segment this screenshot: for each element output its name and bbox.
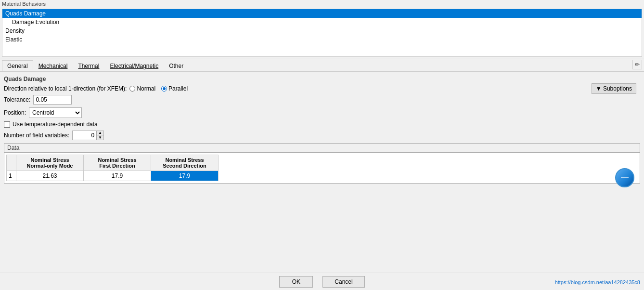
col2-line1: Nominal Stress (98, 157, 136, 163)
tab-general[interactable]: General (2, 60, 33, 71)
quads-damage-title: Quads Damage (4, 76, 640, 82)
data-section-title: Data (4, 144, 640, 153)
field-variables-input[interactable] (72, 131, 96, 140)
tab-bar: General Mechanical Thermal Electrical/Ma… (0, 58, 644, 72)
temperature-checkbox-row: Use temperature-dependent data (4, 121, 640, 128)
spinner-up[interactable]: ▲ (97, 131, 103, 135)
spinner-buttons: ▲ ▼ (96, 131, 104, 140)
tab-thermal[interactable]: Thermal (73, 60, 104, 71)
radio-normal-circle[interactable] (129, 86, 135, 92)
data-section: Data Nominal Stress Normal-only Mode Nom… (4, 143, 640, 184)
row-num-1: 1 (7, 171, 16, 181)
position-select[interactable]: Centroid Integration Points (29, 107, 82, 118)
col3-line2: Second Direction (163, 163, 206, 169)
col-header-2: Nominal Stress First Direction (84, 155, 151, 171)
edit-icon-button[interactable]: ✏ (632, 60, 642, 69)
tree-item[interactable]: Elastic (2, 35, 642, 44)
tolerance-row: Tolerance: (4, 95, 640, 105)
position-row: Position: Centroid Integration Points (4, 107, 640, 118)
tolerance-label: Tolerance: (4, 96, 30, 103)
radio-parallel-label: Parallel (168, 85, 188, 92)
field-variables-input-wrap: ▲ ▼ (72, 131, 104, 140)
direction-radio-group: Normal Parallel (129, 85, 188, 92)
radio-normal[interactable]: Normal (129, 85, 155, 92)
radio-parallel-circle[interactable] (161, 86, 167, 92)
tab-other[interactable]: Other (164, 60, 189, 71)
tolerance-input[interactable] (33, 95, 72, 105)
table-header-row: Nominal Stress Normal-only Mode Nominal … (7, 155, 219, 171)
col3-line1: Nominal Stress (165, 157, 204, 163)
cell-1-3[interactable]: 17.9 (151, 171, 219, 181)
temperature-checkbox[interactable] (4, 121, 10, 128)
tree-item[interactable]: Damage Evolution (2, 18, 642, 26)
cell-1-2[interactable]: 17.9 (84, 171, 151, 181)
direction-row: Direction relative to local 1-direction … (4, 85, 640, 92)
tab-electrical-magnetic[interactable]: Electrical/Magnetic (104, 60, 164, 71)
field-variables-label: Number of field variables: (4, 132, 69, 139)
tree-item[interactable]: Quads Damage (2, 9, 642, 18)
main-content: Quads Damage Direction relative to local… (0, 72, 644, 187)
col2-line2: First Direction (99, 163, 135, 169)
col1-line2: Normal-only Mode (27, 163, 73, 169)
suboptions-button[interactable]: ▼ Suboptions (592, 83, 636, 94)
direction-label: Direction relative to local 1-direction … (4, 85, 127, 92)
tab-mechanical[interactable]: Mechanical (33, 60, 73, 71)
cell-1-1[interactable]: 21.63 (16, 171, 84, 181)
col-header-1: Nominal Stress Normal-only Mode (16, 155, 84, 171)
material-behaviors-tree[interactable]: Quads DamageDamage EvolutionDensityElast… (2, 9, 642, 57)
radio-normal-label: Normal (137, 85, 155, 92)
ok-button[interactable]: OK (279, 276, 313, 288)
table-row[interactable]: 1 21.63 17.9 17.9 (7, 171, 219, 181)
position-label: Position: (4, 109, 26, 116)
bottom-bar: OK Cancel https://blog.csdm.net/aa142824… (0, 273, 644, 290)
spinner-down[interactable]: ▼ (97, 135, 103, 140)
field-variables-row: Number of field variables: ▲ ▼ (4, 131, 640, 140)
col1-line1: Nominal Stress (30, 157, 69, 163)
status-url: https://blog.csdm.net/aa14282435c8 (555, 279, 640, 285)
cancel-button[interactable]: Cancel (322, 276, 364, 288)
col-header-3: Nominal Stress Second Direction (151, 155, 219, 171)
temperature-label: Use temperature-dependent data (13, 121, 98, 128)
tree-item[interactable]: Density (2, 26, 642, 35)
float-circle-button[interactable] (615, 168, 634, 187)
radio-parallel[interactable]: Parallel (161, 85, 188, 92)
data-table-wrap: Nominal Stress Normal-only Mode Nominal … (4, 153, 640, 183)
panel-title: Material Behaviors (0, 0, 644, 8)
data-table: Nominal Stress Normal-only Mode Nominal … (6, 155, 219, 181)
